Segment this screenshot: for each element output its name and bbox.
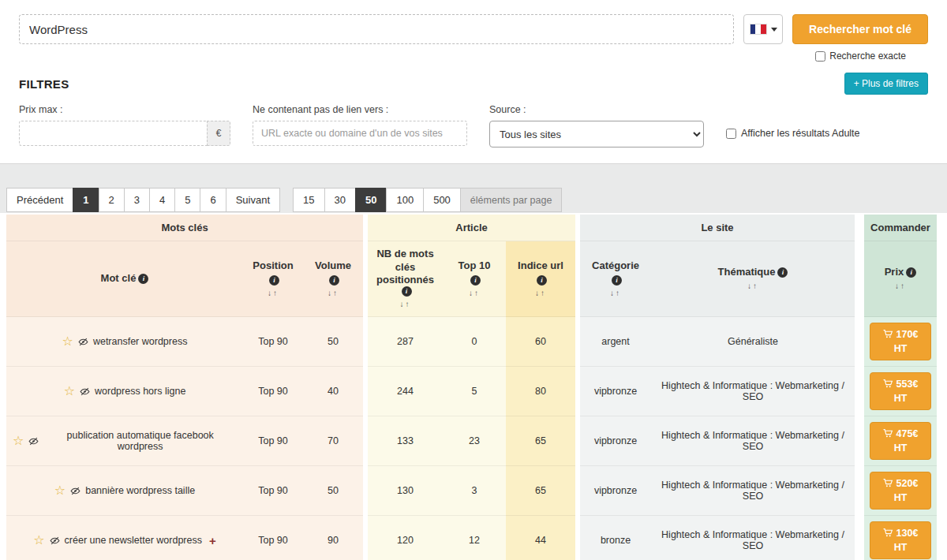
group-header-row: Mots clés Article Le site Commander xyxy=(6,215,947,241)
adult-checkbox[interactable] xyxy=(726,129,736,139)
search-button[interactable]: Rechercher mot clé xyxy=(792,14,928,44)
chevron-down-icon xyxy=(771,28,777,32)
favorite-star-icon[interactable]: ☆ xyxy=(64,385,75,398)
previous-page-button[interactable]: Précédent xyxy=(6,188,73,212)
info-icon[interactable]: i xyxy=(777,267,788,278)
sort-toggle[interactable]: ↓↑ xyxy=(328,289,339,299)
language-flag-button[interactable] xyxy=(743,14,783,44)
theme-value: Hightech & Informatique : Webmarketing /… xyxy=(651,416,855,466)
favorite-star-icon[interactable]: ☆ xyxy=(54,484,66,497)
page-button-1[interactable]: 1 xyxy=(73,188,99,212)
buy-button[interactable]: 170€ HT xyxy=(870,323,931,360)
theme-value: Hightech & Informatique : Webmarketing /… xyxy=(651,466,855,516)
page-size-100[interactable]: 100 xyxy=(386,188,424,212)
eye-slash-icon[interactable] xyxy=(28,436,39,446)
filters-header: FILTRES + Plus de filtres xyxy=(19,73,928,95)
sort-toggle[interactable]: ↓↑ xyxy=(747,282,758,292)
page-button-5[interactable]: 5 xyxy=(174,188,200,212)
buy-button[interactable]: 475€ HT xyxy=(870,422,931,460)
more-filters-button[interactable]: + Plus de filtres xyxy=(844,73,928,95)
exact-search-checkbox[interactable] xyxy=(815,51,825,62)
page-button-2[interactable]: 2 xyxy=(99,188,125,212)
favorite-star-icon[interactable]: ☆ xyxy=(33,534,44,547)
theme-value: Hightech & Informatique : Webmarketing /… xyxy=(651,367,855,416)
position-value: Top 90 xyxy=(243,317,303,367)
info-icon[interactable]: i xyxy=(138,274,148,284)
column-header-row: Mot cléi Position i ↓↑ Volume i ↓↑ NB de… xyxy=(6,241,947,317)
sort-toggle[interactable]: ↓↑ xyxy=(400,300,411,310)
category-value: vipbronze xyxy=(580,367,651,416)
page-button-4[interactable]: 4 xyxy=(149,188,175,212)
exclude-url-input[interactable] xyxy=(253,121,467,146)
sort-toggle[interactable]: ↓↑ xyxy=(469,289,480,299)
add-keyword-icon[interactable]: + xyxy=(209,534,216,547)
info-icon[interactable]: i xyxy=(612,275,622,286)
table-row: ☆ wordpress hors ligne Top 90 40 244 5 8… xyxy=(6,367,947,416)
eye-slash-icon[interactable] xyxy=(49,536,61,546)
price-max-input[interactable] xyxy=(19,121,207,146)
per-page-label: éléments par page xyxy=(460,188,563,212)
buy-button[interactable]: 553€ HT xyxy=(870,372,931,410)
table-row: ☆ créer une newsletter wordpress + Top 9… xyxy=(6,516,947,560)
header-nb-words: NB de mots clés positionnési ↓↑ xyxy=(368,241,443,317)
page-size-15[interactable]: 15 xyxy=(293,188,324,212)
volume-value: 50 xyxy=(303,317,363,367)
french-flag-icon xyxy=(750,24,767,35)
euro-addon: € xyxy=(207,121,230,146)
theme-value: Généraliste xyxy=(651,317,855,367)
volume-value: 90 xyxy=(303,516,363,560)
url-index-value: 65 xyxy=(506,466,575,516)
filters-row: Prix max : € Ne contenant pas de lien ve… xyxy=(19,104,928,147)
next-page-button[interactable]: Suivant xyxy=(226,188,280,212)
url-index-value: 60 xyxy=(506,317,575,367)
eye-slash-icon[interactable] xyxy=(77,337,89,347)
exact-search-row: Recherche exacte xyxy=(19,50,928,62)
page-size-50[interactable]: 50 xyxy=(355,188,387,212)
top10-value: 12 xyxy=(443,516,506,560)
eye-slash-icon[interactable] xyxy=(69,486,81,496)
eye-slash-icon[interactable] xyxy=(79,386,91,397)
sort-toggle[interactable]: ↓↑ xyxy=(535,289,546,299)
source-select[interactable]: Tous les sites xyxy=(489,121,704,147)
url-index-value: 65 xyxy=(506,416,575,466)
filters-title: FILTRES xyxy=(19,77,69,91)
results-table: Mots clés Article Le site Commander Mot … xyxy=(0,213,947,560)
category-value: vipbronze xyxy=(580,416,651,466)
info-icon[interactable]: i xyxy=(329,275,339,286)
info-icon[interactable]: i xyxy=(537,275,547,286)
exact-search-label: Recherche exacte xyxy=(829,50,906,62)
page-button-3[interactable]: 3 xyxy=(124,188,150,212)
top10-value: 3 xyxy=(443,466,506,516)
cart-icon xyxy=(883,379,893,389)
buy-button[interactable]: 130€ HT xyxy=(870,521,931,559)
header-url-index: Indice url i ↓↑ xyxy=(506,241,575,317)
category-value: bronze xyxy=(580,516,651,560)
info-icon[interactable]: i xyxy=(470,275,481,286)
cart-icon xyxy=(883,428,893,439)
info-icon[interactable]: i xyxy=(402,286,412,297)
page-size-500[interactable]: 500 xyxy=(423,188,461,212)
favorite-star-icon[interactable]: ☆ xyxy=(13,435,24,447)
nb-words-value: 287 xyxy=(368,317,443,367)
page-button-6[interactable]: 6 xyxy=(200,188,226,212)
header-theme: Thématiquei ↓↑ xyxy=(651,241,855,317)
sort-toggle[interactable]: ↓↑ xyxy=(268,289,279,299)
group-article: Article xyxy=(368,215,575,241)
cart-icon xyxy=(883,528,893,538)
buy-button[interactable]: 520€ HT xyxy=(870,472,931,510)
top10-value: 0 xyxy=(443,317,506,367)
page-size-30[interactable]: 30 xyxy=(324,188,356,212)
sort-toggle[interactable]: ↓↑ xyxy=(895,282,906,292)
adult-filter: Afficher les résultats Adulte xyxy=(726,128,860,139)
sort-toggle[interactable]: ↓↑ xyxy=(610,289,621,299)
keyword-search-input[interactable] xyxy=(19,14,734,44)
info-icon[interactable]: i xyxy=(269,275,279,286)
group-order: Commander xyxy=(864,215,937,241)
search-row: Rechercher mot clé xyxy=(19,14,928,44)
keyword-text: publication automatique facebook wordpre… xyxy=(43,430,237,452)
info-icon[interactable]: i xyxy=(906,267,916,278)
group-site: Le site xyxy=(580,215,855,241)
nb-words-value: 133 xyxy=(368,416,443,466)
header-keyword: Mot cléi xyxy=(6,241,243,317)
favorite-star-icon[interactable]: ☆ xyxy=(62,335,73,348)
